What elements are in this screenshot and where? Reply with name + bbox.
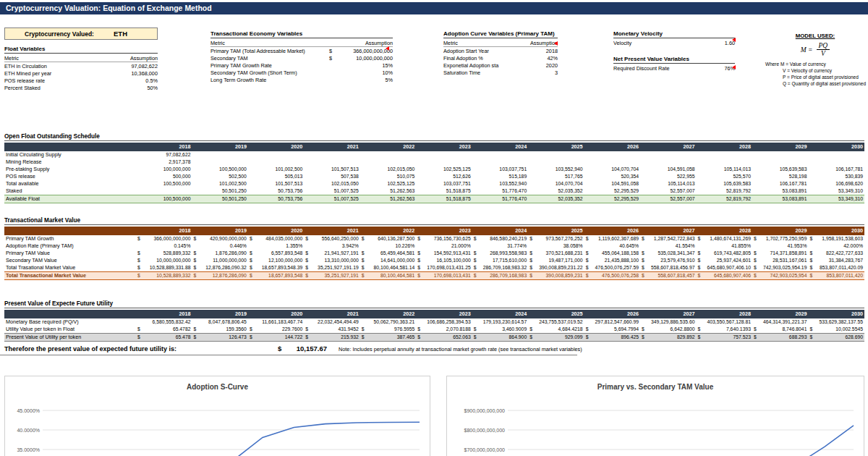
- cell[interactable]: 51,518,875: [416, 195, 472, 203]
- cell[interactable]: $558,607,818,456.97: [640, 264, 696, 272]
- cell[interactable]: $10,002.5545: [808, 326, 864, 334]
- cell[interactable]: $23,579,476,910: [640, 257, 696, 264]
- cell[interactable]: [697, 159, 752, 166]
- cell[interactable]: 530,839: [808, 173, 864, 180]
- cell[interactable]: $18,657,893,548.39: [248, 264, 304, 272]
- cell[interactable]: [416, 151, 472, 159]
- cell[interactable]: 51,007,525: [304, 195, 359, 203]
- cell[interactable]: $628.690: [808, 334, 864, 342]
- cell[interactable]: 510,075: [360, 173, 416, 180]
- cell[interactable]: $5,694.7994: [584, 326, 640, 334]
- cell[interactable]: 51,007,525: [304, 187, 359, 195]
- cell[interactable]: 53,349,310: [808, 187, 864, 195]
- cell[interactable]: 21.000%: [416, 242, 472, 250]
- assumption-value[interactable]: 97,082,622: [107, 63, 158, 69]
- cell[interactable]: $31,384,283,767: [808, 257, 864, 264]
- cell[interactable]: 51,776,470: [472, 187, 528, 195]
- cell[interactable]: 243,755,537,019.52: [528, 318, 584, 326]
- cell[interactable]: 104,070,704: [528, 180, 584, 187]
- cell[interactable]: 103,552,940: [472, 180, 528, 187]
- cell[interactable]: 41.953%: [752, 242, 808, 250]
- cell[interactable]: $170,698,013,431.25: [416, 264, 472, 272]
- cell[interactable]: 102,015,050: [304, 180, 359, 187]
- cell[interactable]: $35,251,927,191: [304, 272, 359, 280]
- cell[interactable]: [808, 159, 864, 166]
- cell[interactable]: 41.855%: [697, 242, 752, 250]
- cell[interactable]: 100,500,000: [136, 195, 192, 203]
- cell[interactable]: [360, 151, 416, 159]
- cell[interactable]: $1,702,775,250,959: [752, 235, 808, 242]
- cell[interactable]: $28,531,167,061: [752, 257, 808, 264]
- cell[interactable]: $742,903,025,954: [752, 272, 808, 280]
- cell[interactable]: 515,189: [472, 173, 528, 180]
- cell[interactable]: $11,000,000,000: [192, 257, 247, 264]
- cell[interactable]: 10.226%: [360, 242, 416, 250]
- cell[interactable]: $484,035,000,000: [248, 235, 304, 242]
- cell[interactable]: 53,083,891: [752, 187, 808, 195]
- cell[interactable]: 517,765: [528, 173, 584, 180]
- cell[interactable]: $6,557,893,548: [248, 250, 304, 257]
- cell[interactable]: [416, 159, 472, 166]
- cell[interactable]: $215.932: [304, 334, 359, 342]
- cell[interactable]: $6,642.8800: [640, 326, 696, 334]
- cell[interactable]: $973,567,276,252: [528, 235, 584, 242]
- cell[interactable]: $286,709,168,983: [472, 272, 528, 280]
- cell[interactable]: $1,287,542,722,843: [640, 235, 696, 242]
- cell[interactable]: $736,156,730,625: [416, 235, 472, 242]
- cell[interactable]: 51,776,470: [472, 195, 528, 203]
- velocity-value[interactable]: 1.60: [697, 40, 735, 46]
- cell[interactable]: 522,955: [640, 173, 696, 180]
- cell[interactable]: 102,525,125: [416, 166, 472, 173]
- cell[interactable]: 100,500,000: [136, 180, 192, 187]
- cell[interactable]: [528, 151, 584, 159]
- cell[interactable]: $3,460.9009: [472, 326, 528, 334]
- cell[interactable]: $17,715,610,000: [472, 257, 528, 264]
- assumption-value[interactable]: $10,000,000,000: [329, 55, 393, 62]
- cell[interactable]: [752, 159, 808, 166]
- assumption-value[interactable]: 2018: [523, 48, 558, 54]
- cell[interactable]: $822,422,727,633: [808, 250, 864, 257]
- cell[interactable]: 104,070,704: [584, 166, 640, 173]
- cell[interactable]: $476,500,076,257.59: [584, 264, 640, 272]
- cell[interactable]: 52,557,007: [640, 187, 696, 195]
- cell[interactable]: $528,889,332: [136, 250, 192, 257]
- cell[interactable]: $286,709,168,983.32: [472, 264, 528, 272]
- cell[interactable]: 22,032,454,494.49: [304, 318, 359, 326]
- cell[interactable]: $390,008,859,231.22: [528, 264, 584, 272]
- cell[interactable]: 104,591,058: [640, 166, 696, 173]
- cell[interactable]: [640, 159, 696, 166]
- cell[interactable]: 105,639,583: [697, 180, 752, 187]
- cell[interactable]: 520,354: [584, 173, 640, 180]
- cell[interactable]: $18,657,893,548: [248, 272, 304, 280]
- cell[interactable]: [192, 159, 247, 166]
- cell[interactable]: $268,993,558,983: [472, 250, 528, 257]
- cell[interactable]: [697, 151, 752, 159]
- cell[interactable]: $65.478: [136, 334, 192, 342]
- cell[interactable]: 31.774%: [472, 242, 528, 250]
- cell[interactable]: 40.645%: [584, 242, 640, 250]
- cell[interactable]: 507,538: [304, 173, 359, 180]
- cell[interactable]: $65.4782: [136, 326, 192, 334]
- cell[interactable]: 50,501,250: [192, 187, 247, 195]
- cell[interactable]: $65,459,464,581: [360, 250, 416, 257]
- cell[interactable]: $476,500,076,258: [584, 272, 640, 280]
- cell[interactable]: 6,580,555,832.42: [136, 318, 192, 326]
- cell[interactable]: 528,198: [752, 173, 808, 180]
- cell[interactable]: 38.058%: [528, 242, 584, 250]
- cell[interactable]: [360, 159, 416, 166]
- cell[interactable]: $652.063: [416, 334, 472, 342]
- cell[interactable]: [248, 151, 304, 159]
- cell[interactable]: $12,876,286,090.32: [192, 264, 247, 272]
- cell[interactable]: 403,550,567,128.81: [697, 318, 752, 326]
- cell[interactable]: $366,000,000,000: [136, 235, 192, 242]
- cell[interactable]: [584, 151, 640, 159]
- cell[interactable]: 52,295,529: [584, 187, 640, 195]
- cell[interactable]: $1,876,286,090: [192, 250, 247, 257]
- cell[interactable]: 102,525,125: [360, 180, 416, 187]
- cell[interactable]: 52,035,352: [528, 187, 584, 195]
- cell[interactable]: 102,015,050: [360, 166, 416, 173]
- cell[interactable]: $619,743,482,805: [697, 250, 752, 257]
- cell[interactable]: $170,698,013,431: [416, 272, 472, 280]
- cell[interactable]: $144.722: [248, 334, 304, 342]
- cell[interactable]: $16,105,100,000: [416, 257, 472, 264]
